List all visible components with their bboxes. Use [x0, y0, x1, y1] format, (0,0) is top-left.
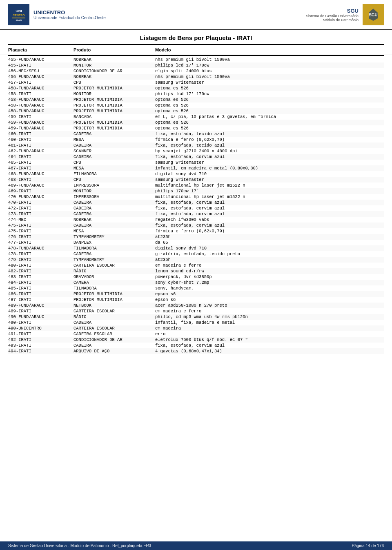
cell-plaqueta: 486-IRATI: [8, 292, 74, 296]
cell-plaqueta: 478-FUND/ARAUC: [8, 246, 74, 251]
svg-rect-3: [12, 18, 25, 18]
table-row: 490-IRATI CADEIRA infantil, fixa, madeir…: [8, 320, 384, 325]
cell-produto: CADEIRA: [74, 154, 155, 159]
cell-modelo: optoma es 526: [155, 109, 384, 114]
cell-modelo: samsung writemaster: [155, 177, 384, 182]
table-row: 459-IRATI BANCADA em L, c/ pia, 10 porta…: [8, 114, 384, 120]
cell-plaqueta: 489-FUND/ARAUC: [8, 303, 74, 308]
cell-produto: PROJETOR MULTIMIDIA: [74, 297, 155, 302]
table-row: 469-FUND/ARAUC IMPRESSORA multifuncional…: [8, 183, 384, 188]
cell-produto: GRAVADOR: [74, 274, 155, 279]
cell-plaqueta: 467-IRATI: [8, 166, 74, 171]
cell-produto: PROJETOR MULTIMIDIA: [74, 126, 155, 131]
table-row: 474-MEC NOBREAK regatech ifw3300 vabs: [8, 217, 384, 223]
cell-produto: MESA: [74, 137, 155, 142]
cell-produto: CONDICIONADOR DE AR: [74, 337, 155, 342]
cell-produto: MONITOR: [74, 189, 155, 194]
cell-modelo: powerpack, dvr-sd3850p: [155, 274, 384, 279]
table-row: 479-IRATI TYMPANOMETRY at235h: [8, 257, 384, 263]
table-row: 467-IRATI MESA infantil, em madeira e me…: [8, 165, 384, 171]
cell-plaqueta: 480-IRATI: [8, 263, 74, 268]
cell-plaqueta: 484-IRATI: [8, 280, 74, 285]
table-row: 455-FUND/ARAUC NOBREAK nhs premium gii b…: [8, 57, 384, 62]
cell-produto: CPU: [74, 177, 155, 182]
cell-plaqueta: 458-FUND/ARAUC: [8, 109, 74, 114]
col-header-modelo: Modelo: [155, 47, 384, 52]
cell-produto: CADEIRA ESCOLAR: [74, 332, 155, 336]
cell-produto: CARTEIRA ESCOLAR: [74, 309, 155, 314]
table-row: 475-IRATI MESA fórmica e ferro (0,62x0,7…: [8, 228, 384, 234]
cell-produto: DANPLEX: [74, 240, 155, 245]
university-name-block: UNICENTRO Universidade Estadual do Centr…: [33, 9, 106, 20]
cell-plaqueta: 479-IRATI: [8, 257, 74, 262]
cell-plaqueta: 493-IRATI: [8, 343, 74, 348]
table-row: 477-IRATI DANPLEX da 65: [8, 240, 384, 245]
table-row: 493-IRATI CADEIRA fixa, estofada, corvim…: [8, 343, 384, 348]
cell-produto: TYMPANOMETRY: [74, 257, 155, 262]
cell-modelo: em madeira: [155, 326, 384, 331]
cell-plaqueta: 455-FUND/ARAUC: [8, 57, 74, 62]
cell-plaqueta: 483-IRATI: [8, 274, 74, 279]
sgu-title: SGU: [306, 8, 359, 14]
cell-modelo: philips lcd 17' 170cw: [155, 63, 384, 68]
cell-produto: CADEIRA: [74, 252, 155, 256]
cell-modelo: em madeira e ferro: [155, 263, 384, 268]
cell-modelo: philips lcd 17' 170cw: [155, 91, 384, 96]
col-header-produto: Produto: [74, 47, 155, 52]
table-row: 456-FUND/ARAUC NOBREAK nhs premium gii b…: [8, 74, 384, 80]
sgu-logo: SGU: [363, 4, 384, 25]
cell-modelo: digital sony dvd 710: [155, 246, 384, 251]
cell-modelo: sony cyber-shot 7.2mp: [155, 280, 384, 285]
cell-modelo: infantil, fixa, madeira e metal: [155, 320, 384, 325]
cell-produto: NOBREAK: [74, 217, 155, 222]
cell-plaqueta: 494-IRATI: [8, 349, 74, 354]
cell-produto: PROJETOR MULTIMIDIA: [74, 109, 155, 114]
cell-modelo: erro: [155, 332, 384, 336]
cell-modelo: nhs premium gii bivolt 1500va: [155, 74, 384, 79]
cell-plaqueta: 482-IRATI: [8, 269, 74, 274]
table-row: 465-IRATI CPU samsung writemaster: [8, 160, 384, 165]
table-row: 485-IRATI FILMADORA sony, handycam,: [8, 285, 384, 291]
table-row: 489-IRATI CARTEIRA ESCOLAR em madeira e …: [8, 308, 384, 314]
table-row: 472-IRATI CADEIRA fixa, estofada, corvim…: [8, 205, 384, 211]
cell-plaqueta: 475-IRATI: [8, 223, 74, 228]
table-row: 492-IRATI CONDICIONADOR DE AR eletrolux …: [8, 337, 384, 343]
cell-modelo: samsung writemaster: [155, 80, 384, 85]
cell-produto: MESA: [74, 166, 155, 171]
cell-modelo: fixa, estofada, tecido azul: [155, 143, 384, 148]
cell-modelo: optoma es 526: [155, 126, 384, 131]
cell-produto: PROJETOR MULTIMIDIA: [74, 86, 155, 91]
cell-produto: NOBREAK: [74, 57, 155, 62]
svg-text:UNI: UNI: [16, 9, 22, 13]
cell-plaqueta: 472-IRATI: [8, 206, 74, 211]
cell-plaqueta: 469-FUND/ARAUC: [8, 183, 74, 188]
cell-modelo: elgin split 24000 btus: [155, 69, 384, 73]
cell-modelo: em madeira e ferro: [155, 309, 384, 314]
table-row: 478-FUND/ARAUC FILMADORA digital sony dv…: [8, 245, 384, 251]
table-row: 455-IRATI MONITOR philips lcd 17' 170cw: [8, 62, 384, 68]
cell-produto: NOBREAK: [74, 74, 155, 79]
cell-produto: CADEIRA: [74, 223, 155, 228]
cell-modelo: philips 170cw 17´: [155, 189, 384, 194]
university-short-name: UNICENTRO: [33, 9, 106, 16]
cell-modelo: em L, c/ pia, 10 portas e 3 gavetas, em …: [155, 114, 384, 119]
table-row: 459-FUND/ARAUC PROJETOR MULTIMIDIA optom…: [8, 125, 384, 131]
cell-modelo: fixa, estofada, corvim azul: [155, 154, 384, 159]
cell-modelo: optoma es 526: [155, 86, 384, 91]
table-column-headers: Plaqueta Produto Modelo: [0, 46, 392, 54]
cell-produto: PROJETOR MULTIMIDIA: [74, 97, 155, 102]
cell-modelo: infantil, em madeira e metal (0,80x0,80): [155, 166, 384, 171]
table-row: 491-IRATI CADEIRA ESCOLAR erro: [8, 331, 384, 337]
cell-modelo: samsung writemaster: [155, 160, 384, 165]
cell-produto: MESA: [74, 229, 155, 234]
cell-plaqueta: 491-IRATI: [8, 332, 74, 336]
cell-plaqueta: 457-IRATI: [8, 80, 74, 85]
cell-plaqueta: 461-IRATI: [8, 143, 74, 148]
cell-produto: RÁDIO: [74, 314, 155, 319]
cell-produto: ARQUIVO DE AÇO: [74, 349, 155, 354]
cell-modelo: acer aod250-1080 n 270 preto: [155, 303, 384, 308]
cell-modelo: fórmica e ferro (0,62x0,79): [155, 229, 384, 234]
table-body: 455-FUND/ARAUC NOBREAK nhs premium gii b…: [0, 57, 392, 354]
table-row: 486-IRATI PROJETOR MULTIMIDIA epson s6: [8, 291, 384, 297]
cell-produto: BANCADA: [74, 114, 155, 119]
